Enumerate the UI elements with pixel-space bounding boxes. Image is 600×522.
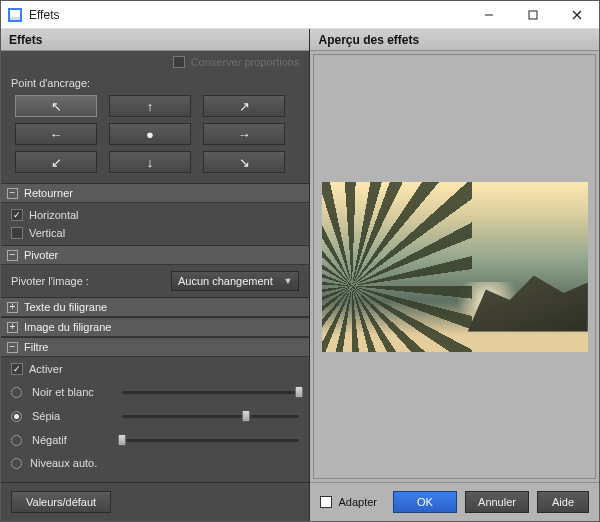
section-filter-header[interactable]: − Filtre: [1, 337, 309, 357]
filter-bw-row: Noir et blanc: [11, 385, 299, 399]
window: Effets Effets Conserver proportions Poin…: [0, 0, 600, 522]
cancel-button[interactable]: Annuler: [465, 491, 529, 513]
window-title: Effets: [29, 8, 467, 22]
filter-neg-radio[interactable]: [11, 435, 22, 446]
anchor-top-right[interactable]: ↗: [203, 95, 285, 117]
preview-pane-title: Aperçu des effets: [310, 29, 599, 51]
section-watermark-image-header[interactable]: + Image du filigrane: [1, 317, 309, 337]
keep-proportions-row: Conserver proportions: [1, 51, 309, 73]
svg-rect-2: [10, 17, 20, 20]
expand-icon: +: [7, 302, 18, 313]
svg-rect-4: [529, 11, 537, 19]
section-watermark-text-title: Texte du filigrane: [24, 301, 107, 313]
right-footer: Adapter OK Annuler Aide: [310, 482, 599, 521]
preview-image: [322, 182, 588, 352]
section-watermark-image-title: Image du filigrane: [24, 321, 111, 333]
filter-sepia-label: Sépia: [32, 410, 112, 422]
anchor-bottom[interactable]: ↓: [109, 151, 191, 173]
filter-bw-slider[interactable]: [122, 385, 299, 399]
collapse-icon: −: [7, 250, 18, 261]
filter-enable-row[interactable]: Activer: [11, 363, 299, 375]
minimize-button[interactable]: [467, 2, 511, 28]
keep-proportions-checkbox[interactable]: [173, 56, 185, 68]
ok-button[interactable]: OK: [393, 491, 457, 513]
preview-pane: Aperçu des effets Adapter OK Annuler Aid…: [310, 29, 599, 521]
close-button[interactable]: [555, 2, 599, 28]
flip-horizontal-row[interactable]: Horizontal: [11, 209, 299, 221]
filter-bw-radio[interactable]: [11, 387, 22, 398]
anchor-center[interactable]: ●: [109, 123, 191, 145]
section-rotate-header[interactable]: − Pivoter: [1, 245, 309, 265]
section-filter-body: Activer Noir et blanc Sépia: [1, 357, 309, 475]
section-filter-title: Filtre: [24, 341, 48, 353]
anchor-bottom-right[interactable]: ↘: [203, 151, 285, 173]
filter-auto-radio[interactable]: [11, 458, 22, 469]
filter-sepia-radio[interactable]: [11, 411, 22, 422]
fit-label: Adapter: [338, 496, 377, 508]
filter-sepia-slider[interactable]: [122, 409, 299, 423]
flip-vertical-row[interactable]: Vertical: [11, 227, 299, 239]
anchor-right[interactable]: →: [203, 123, 285, 145]
fit-checkbox[interactable]: [320, 496, 332, 508]
filter-enable-label: Activer: [29, 363, 63, 375]
filter-sepia-row: Sépia: [11, 409, 299, 423]
flip-vertical-checkbox[interactable]: [11, 227, 23, 239]
expand-icon: +: [7, 322, 18, 333]
rotate-select[interactable]: Aucun changement ▼: [171, 271, 299, 291]
filter-neg-label: Négatif: [32, 434, 112, 446]
effects-scroll: Conserver proportions Point d'ancrage: ↖…: [1, 51, 309, 482]
collapse-icon: −: [7, 188, 18, 199]
filter-enable-checkbox[interactable]: [11, 363, 23, 375]
anchor-grid: ↖ ↑ ↗ ← ● → ↙ ↓ ↘: [1, 95, 309, 183]
effects-pane: Effets Conserver proportions Point d'anc…: [1, 29, 310, 521]
svg-rect-1: [10, 10, 20, 17]
filter-bw-label: Noir et blanc: [32, 386, 112, 398]
rotate-label: Pivoter l'image :: [11, 275, 161, 287]
section-rotate-title: Pivoter: [24, 249, 58, 261]
preview-area: [313, 54, 596, 479]
section-flip-title: Retourner: [24, 187, 73, 199]
anchor-left[interactable]: ←: [15, 123, 97, 145]
dialog-body: Effets Conserver proportions Point d'anc…: [1, 29, 599, 521]
filter-auto-label: Niveaux auto.: [30, 457, 97, 469]
anchor-top-left[interactable]: ↖: [15, 95, 97, 117]
flip-horizontal-checkbox[interactable]: [11, 209, 23, 221]
collapse-icon: −: [7, 342, 18, 353]
effects-pane-title: Effets: [1, 29, 309, 51]
defaults-button[interactable]: Valeurs/défaut: [11, 491, 111, 513]
anchor-bottom-left[interactable]: ↙: [15, 151, 97, 173]
section-watermark-text-header[interactable]: + Texte du filigrane: [1, 297, 309, 317]
anchor-top[interactable]: ↑: [109, 95, 191, 117]
filter-neg-row: Négatif: [11, 433, 299, 447]
section-flip-body: Horizontal Vertical: [1, 203, 309, 245]
flip-horizontal-label: Horizontal: [29, 209, 79, 221]
section-flip-header[interactable]: − Retourner: [1, 183, 309, 203]
help-button[interactable]: Aide: [537, 491, 589, 513]
left-footer: Valeurs/défaut: [1, 482, 309, 521]
section-rotate-body: Pivoter l'image : Aucun changement ▼: [1, 265, 309, 297]
rotate-select-value: Aucun changement: [178, 275, 273, 287]
app-icon: [7, 7, 23, 23]
anchor-label: Point d'ancrage:: [1, 73, 309, 95]
keep-proportions-label: Conserver proportions: [191, 56, 300, 68]
flip-vertical-label: Vertical: [29, 227, 65, 239]
filter-auto-row[interactable]: Niveaux auto.: [11, 457, 299, 469]
filter-neg-slider[interactable]: [122, 433, 299, 447]
maximize-button[interactable]: [511, 2, 555, 28]
chevron-down-icon: ▼: [284, 276, 293, 286]
fit-row[interactable]: Adapter: [320, 496, 377, 508]
titlebar: Effets: [1, 1, 599, 29]
